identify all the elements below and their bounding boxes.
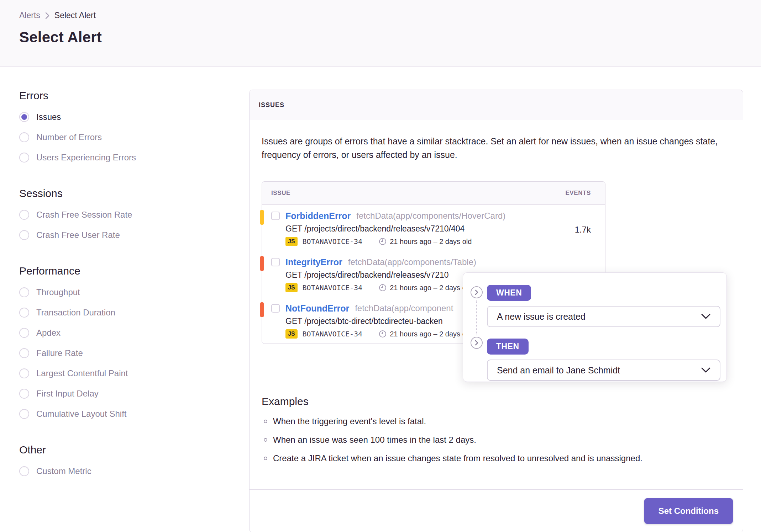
bullet-icon [264, 438, 267, 442]
panel-description: Issues are groups of errors that have a … [262, 134, 731, 161]
radio-custom-metric[interactable] [19, 466, 29, 476]
radio-crash-free-user-rate[interactable] [19, 230, 29, 240]
group-heading-performance: Performance [19, 265, 249, 277]
radio-number-of-errors[interactable] [19, 132, 29, 142]
option-apdex[interactable]: Apdex [19, 323, 249, 343]
radio-crash-free-session-rate[interactable] [19, 210, 29, 220]
platform-js-badge: JS [285, 283, 298, 292]
project-slug: BOTANAVOICE-34 [303, 330, 363, 338]
issue-select-checkbox[interactable] [271, 304, 280, 313]
option-cumulative-layout-shift[interactable]: Cumulative Layout Shift [19, 404, 249, 424]
examples-heading: Examples [262, 395, 731, 408]
option-crash-free-user-rate[interactable]: Crash Free User Rate [19, 225, 249, 245]
option-label: Crash Free User Rate [36, 230, 120, 240]
option-label: Throughput [36, 287, 80, 297]
issue-select-checkbox[interactable] [271, 212, 280, 220]
option-label: Number of Errors [36, 132, 102, 142]
radio-largest-contentful-paint[interactable] [19, 368, 29, 378]
alert-type-sidebar: Errors Issues Number of Errors Users Exp… [19, 90, 249, 501]
option-label: Apdex [36, 328, 61, 338]
then-action-value: Send an email to Jane Schmidt [497, 365, 620, 376]
issue-title-link[interactable]: IntegrityError [285, 257, 342, 267]
panel-header-label: ISSUES [259, 101, 284, 108]
issue-culprit: GET /projects/direct/backend/releases/v7… [285, 224, 591, 234]
chevron-down-icon [701, 314, 710, 319]
option-label: Largest Contentful Paint [36, 368, 128, 378]
option-first-input-delay[interactable]: First Input Delay [19, 383, 249, 404]
group-errors: Errors Issues Number of Errors Users Exp… [19, 90, 249, 167]
radio-issues[interactable] [19, 112, 29, 122]
breadcrumb-current: Select Alert [54, 11, 96, 20]
breadcrumb: Alerts Select Alert [19, 11, 742, 20]
bullet-icon [264, 420, 267, 423]
panel-footer: Set Conditions [250, 489, 743, 532]
examples-list: When the triggering event's level is fat… [262, 415, 731, 464]
option-label: Issues [36, 112, 61, 122]
example-item: When an issue was seen 100 times in the … [262, 434, 731, 446]
radio-apdex[interactable] [19, 328, 29, 338]
issue-title-link[interactable]: ForbiddenError [285, 211, 351, 221]
option-label: Transaction Duration [36, 308, 115, 318]
platform-js-badge: JS [285, 237, 298, 246]
page-title: Select Alert [19, 29, 742, 46]
then-action-select[interactable]: Send an email to Jane Schmidt [487, 360, 720, 381]
example-text: Create a JIRA ticket when an issue chang… [273, 452, 642, 464]
option-issues[interactable]: Issues [19, 107, 249, 127]
example-item: Create a JIRA ticket when an issue chang… [262, 452, 731, 464]
clock-icon [379, 284, 387, 292]
radio-transaction-duration[interactable] [19, 308, 29, 318]
issue-row-forbiddenerror: ForbiddenError fetchData(app/components/… [262, 205, 605, 251]
option-custom-metric[interactable]: Custom Metric [19, 461, 249, 481]
column-header-issue: ISSUE [271, 190, 290, 197]
group-heading-errors: Errors [19, 90, 249, 102]
dotted-connector [476, 300, 477, 335]
radio-throughput[interactable] [19, 287, 29, 297]
issue-age: 21 hours ago – 2 days old [390, 284, 472, 292]
clock-icon [379, 330, 387, 338]
issue-title-link[interactable]: NotFoundError [285, 303, 349, 314]
option-label: Crash Free Session Rate [36, 210, 132, 220]
platform-js-badge: JS [285, 329, 298, 339]
issue-select-checkbox[interactable] [271, 258, 280, 266]
project-slug: BOTANAVOICE-34 [303, 237, 363, 246]
option-failure-rate[interactable]: Failure Rate [19, 343, 249, 363]
option-crash-free-session-rate[interactable]: Crash Free Session Rate [19, 204, 249, 225]
option-number-of-errors[interactable]: Number of Errors [19, 127, 249, 147]
issues-table-header: ISSUE EVENTS [262, 182, 605, 205]
panel-header: ISSUES [250, 90, 743, 120]
example-text: When an issue was seen 100 times in the … [273, 434, 476, 446]
set-conditions-button[interactable]: Set Conditions [644, 498, 733, 524]
option-label: Users Experiencing Errors [36, 153, 136, 163]
radio-users-experiencing-errors[interactable] [19, 153, 29, 163]
when-badge: WHEN [487, 285, 531, 301]
chevron-right-circle-icon [471, 286, 483, 298]
example-text: When the triggering event's level is fat… [273, 415, 426, 427]
then-badge: THEN [487, 339, 529, 355]
issue-age: 21 hours ago – 2 days old [390, 330, 472, 338]
option-label: Failure Rate [36, 348, 83, 358]
issue-location: fetchData(app/components/Table) [348, 257, 476, 267]
option-label: First Input Delay [36, 389, 99, 399]
issue-age: 21 hours ago – 2 days old [390, 238, 472, 246]
radio-failure-rate[interactable] [19, 348, 29, 358]
breadcrumb-link-alerts[interactable]: Alerts [19, 11, 40, 20]
group-sessions: Sessions Crash Free Session Rate Crash F… [19, 187, 249, 245]
issue-level-indicator [260, 210, 264, 225]
radio-cumulative-layout-shift[interactable] [19, 409, 29, 419]
page-header: Alerts Select Alert Select Alert [0, 0, 761, 67]
group-other: Other Custom Metric [19, 444, 249, 481]
when-condition-select[interactable]: A new issue is created [487, 306, 720, 327]
option-transaction-duration[interactable]: Transaction Duration [19, 302, 249, 323]
issue-location: fetchData(app/component [355, 303, 453, 313]
issue-events-count: 1.7k [575, 225, 591, 235]
example-item: When the triggering event's level is fat… [262, 415, 731, 427]
group-heading-sessions: Sessions [19, 187, 249, 200]
radio-first-input-delay[interactable] [19, 389, 29, 399]
option-throughput[interactable]: Throughput [19, 282, 249, 302]
option-users-experiencing-errors[interactable]: Users Experiencing Errors [19, 147, 249, 167]
group-heading-other: Other [19, 444, 249, 456]
group-performance: Performance Throughput Transaction Durat… [19, 265, 249, 424]
option-label: Custom Metric [36, 466, 91, 476]
option-largest-contentful-paint[interactable]: Largest Contentful Paint [19, 363, 249, 383]
issue-level-indicator [260, 302, 264, 317]
